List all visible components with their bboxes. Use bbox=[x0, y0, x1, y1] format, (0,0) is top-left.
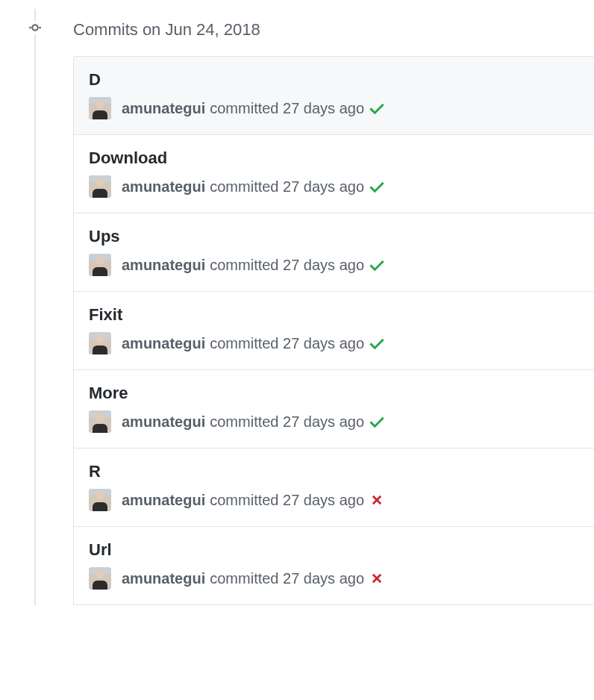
commit-title-link[interactable]: Fixit bbox=[89, 305, 579, 325]
commit-meta: amunategui committed 27 days ago bbox=[89, 332, 579, 354]
commit-item: Fixit amunategui committed 27 days ago bbox=[74, 292, 594, 370]
check-icon[interactable] bbox=[369, 100, 385, 116]
check-icon[interactable] bbox=[369, 257, 385, 273]
commit-author-link[interactable]: amunategui bbox=[122, 100, 205, 117]
commit-marker-icon bbox=[28, 21, 42, 34]
commit-time: committed 27 days ago bbox=[210, 335, 364, 352]
commit-item: R amunategui committed 27 days ago bbox=[74, 449, 594, 527]
timeline-date-header: Commits on Jun 24, 2018 bbox=[73, 15, 594, 56]
commits-list: D amunategui committed 27 days ago Downl… bbox=[73, 56, 594, 605]
commit-time: committed 27 days ago bbox=[210, 257, 364, 274]
x-icon[interactable] bbox=[369, 570, 385, 587]
commit-author-link[interactable]: amunategui bbox=[122, 413, 205, 431]
commit-item: More amunategui committed 27 days ago bbox=[74, 370, 594, 449]
commit-author-link[interactable]: amunategui bbox=[122, 492, 205, 509]
commit-time: committed 27 days ago bbox=[210, 178, 364, 196]
avatar[interactable] bbox=[89, 489, 111, 511]
commit-time: committed 27 days ago bbox=[210, 100, 364, 117]
commit-meta: amunategui committed 27 days ago bbox=[89, 97, 579, 119]
commit-time: committed 27 days ago bbox=[210, 413, 364, 431]
commit-author-link[interactable]: amunategui bbox=[122, 257, 205, 274]
commit-item: D amunategui committed 27 days ago bbox=[74, 57, 594, 135]
commit-item: Download amunategui committed 27 days ag… bbox=[74, 135, 594, 213]
timeline-line bbox=[34, 9, 36, 605]
commit-title-link[interactable]: D bbox=[89, 70, 579, 90]
commit-time: committed 27 days ago bbox=[210, 570, 364, 587]
avatar[interactable] bbox=[89, 175, 111, 198]
check-icon[interactable] bbox=[369, 178, 385, 195]
avatar[interactable] bbox=[89, 97, 111, 119]
commit-author-link[interactable]: amunategui bbox=[122, 178, 205, 196]
commit-time: committed 27 days ago bbox=[210, 492, 364, 509]
commit-item: Ups amunategui committed 27 days ago bbox=[74, 213, 594, 292]
x-icon[interactable] bbox=[369, 492, 385, 508]
avatar[interactable] bbox=[89, 410, 111, 433]
commit-title-link[interactable]: More bbox=[89, 384, 579, 403]
commit-meta: amunategui committed 27 days ago bbox=[89, 489, 579, 511]
check-icon[interactable] bbox=[369, 413, 385, 430]
commit-author-link[interactable]: amunategui bbox=[122, 570, 205, 587]
commit-item: Url amunategui committed 27 days ago bbox=[74, 527, 594, 605]
commit-title-link[interactable]: Ups bbox=[89, 227, 579, 246]
commit-meta: amunategui committed 27 days ago bbox=[89, 567, 579, 590]
avatar[interactable] bbox=[89, 332, 111, 354]
commits-timeline: Commits on Jun 24, 2018 D amunategui com… bbox=[0, 0, 594, 605]
commit-meta: amunategui committed 27 days ago bbox=[89, 410, 579, 433]
commit-meta: amunategui committed 27 days ago bbox=[89, 254, 579, 276]
commit-title-link[interactable]: R bbox=[89, 462, 579, 481]
check-icon[interactable] bbox=[369, 335, 385, 351]
commit-title-link[interactable]: Url bbox=[89, 540, 579, 560]
avatar[interactable] bbox=[89, 567, 111, 590]
commit-meta: amunategui committed 27 days ago bbox=[89, 175, 579, 198]
commit-title-link[interactable]: Download bbox=[89, 149, 579, 168]
avatar[interactable] bbox=[89, 254, 111, 276]
commit-author-link[interactable]: amunategui bbox=[122, 335, 205, 352]
svg-point-0 bbox=[32, 25, 37, 30]
